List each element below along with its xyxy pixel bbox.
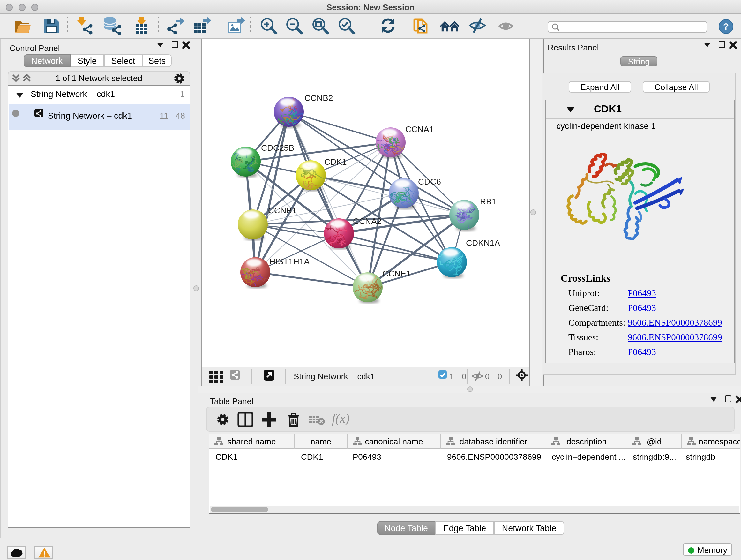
svg-text:CDC25B: CDC25B <box>261 143 294 152</box>
svg-text:CCNB2: CCNB2 <box>305 93 333 103</box>
svg-text:HIST1H1A: HIST1H1A <box>269 257 310 266</box>
svg-text:CDC6: CDC6 <box>418 177 441 186</box>
svg-text:CCNA2: CCNA2 <box>353 216 381 226</box>
svg-text:CCNB1: CCNB1 <box>268 206 296 215</box>
svg-text:CCNE1: CCNE1 <box>382 269 411 278</box>
svg-text:CDK1: CDK1 <box>324 157 347 167</box>
svg-text:CCNA1: CCNA1 <box>405 125 434 134</box>
svg-text:RB1: RB1 <box>480 197 496 206</box>
svg-text:CDKN1A: CDKN1A <box>466 238 500 248</box>
svg-text:?: ? <box>723 21 729 32</box>
